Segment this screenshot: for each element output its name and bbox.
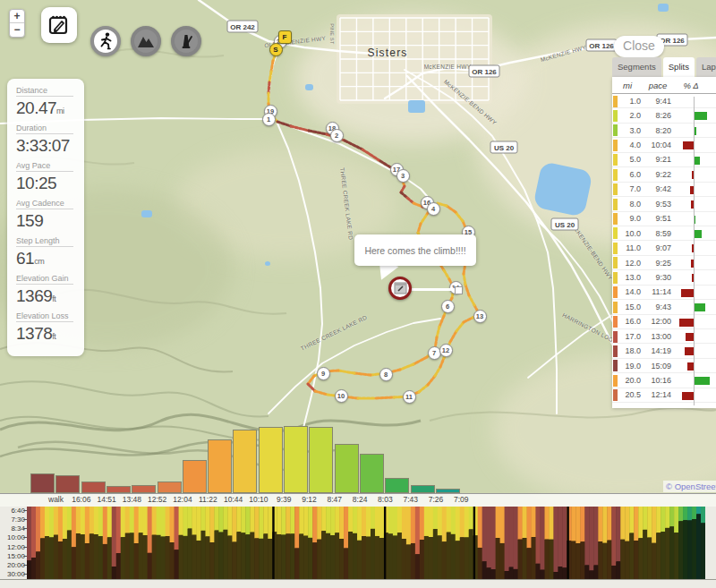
close-button[interactable]: Close	[614, 36, 664, 57]
split-row[interactable]: 16.012:00	[612, 315, 716, 329]
histogram-bar-14:51[interactable]	[81, 481, 106, 493]
stat-value: 1378ft	[16, 324, 79, 344]
route-segment	[464, 318, 473, 322]
route-segment	[418, 224, 421, 233]
split-row[interactable]: 14.011:14	[612, 285, 716, 300]
split-row[interactable]: 18.014:19	[612, 344, 716, 358]
mile-marker-11[interactable]: 11	[403, 390, 416, 404]
mile-marker-2[interactable]: 2	[330, 129, 344, 142]
route-segment	[456, 322, 464, 331]
delta-bar-slower	[683, 141, 694, 149]
pace-color-chip	[613, 360, 618, 371]
note-icon	[394, 282, 407, 294]
histogram-bar-7:26[interactable]	[411, 485, 435, 493]
split-row[interactable]: 1.09:41	[612, 94, 716, 108]
route-segment	[338, 371, 354, 373]
column-header-2: % Δ	[673, 81, 709, 90]
mile-marker-1[interactable]: 1	[262, 113, 276, 126]
split-row[interactable]: 11.09:07	[612, 241, 716, 255]
route-segment	[400, 364, 413, 370]
split-row[interactable]: 7.09:42	[612, 183, 716, 197]
strip-ytick-6:40: 6:40	[2, 507, 25, 515]
histogram-bar-8:03[interactable]	[360, 454, 384, 493]
strip-ytickmark	[23, 528, 27, 529]
pace-view-button[interactable]	[90, 26, 121, 56]
delta-zero-line	[694, 97, 695, 405]
split-row[interactable]: 2.08:26	[612, 108, 716, 123]
histogram-bar-10:44[interactable]	[208, 439, 232, 493]
split-row[interactable]: 12.09:25	[612, 256, 716, 270]
mile-marker-3[interactable]: 3	[396, 169, 410, 183]
histogram-bar-10:10[interactable]	[233, 430, 257, 493]
split-row[interactable]: 9.09:51	[612, 212, 716, 226]
strip-ytickmark	[23, 510, 27, 511]
note-anchor-square	[455, 286, 463, 294]
highway-shield-text: OR 242	[230, 23, 255, 31]
histogram-bar-9:12[interactable]	[284, 426, 308, 493]
mile-marker-6[interactable]: 6	[441, 300, 455, 313]
column-header-1: pace	[643, 81, 673, 90]
tab-laps[interactable]: Laps	[696, 57, 716, 77]
splits-tab-bar: SegmentsSplitsLaps	[612, 57, 716, 77]
split-row[interactable]: 5.09:21	[612, 153, 716, 167]
split-row[interactable]: 6.09:22	[612, 167, 716, 182]
marker-start[interactable]: S	[269, 43, 283, 56]
split-row[interactable]: 17.013:00	[612, 329, 716, 344]
delta-bar-faster	[695, 230, 702, 238]
split-row[interactable]: 15.09:43	[612, 300, 716, 314]
elevation-view-button[interactable]	[131, 26, 161, 56]
strip-ytickmark	[23, 547, 27, 548]
pace-strip-plot[interactable]	[27, 507, 705, 579]
histogram-label: 7:09	[454, 495, 469, 504]
cadence-view-button[interactable]	[171, 26, 201, 56]
split-row[interactable]: 8.09:53	[612, 197, 716, 211]
mile-marker-8[interactable]: 8	[379, 368, 393, 381]
histogram-bar-9:39[interactable]	[259, 427, 283, 493]
mile-marker-4[interactable]: 4	[427, 202, 440, 216]
route-segment	[413, 357, 427, 364]
histogram-bar-8:24[interactable]	[335, 444, 359, 493]
histogram-bar-12:52[interactable]	[132, 485, 156, 493]
strip-ytick-15:00: 15:00	[2, 551, 25, 559]
histogram-bar-12:04[interactable]	[158, 481, 182, 493]
histogram-bar-8:47[interactable]	[309, 427, 333, 493]
zoom-out-button[interactable]: −	[10, 23, 24, 37]
pond	[265, 261, 270, 266]
pace-color-chip	[613, 140, 618, 151]
histogram-label: 7:26	[429, 495, 444, 504]
osm-attribution-link[interactable]: © OpenStreetMap	[663, 481, 716, 492]
mile-marker-9[interactable]: 9	[317, 367, 330, 380]
route-segment	[450, 331, 456, 342]
split-row[interactable]: 4.010:04	[612, 138, 716, 152]
split-row[interactable]: 3.08:20	[612, 124, 716, 138]
histogram-bar-11:22[interactable]	[183, 460, 207, 493]
split-pace: 9:22	[641, 170, 671, 179]
marker-finish[interactable]: F	[278, 30, 292, 44]
split-pace: 12:14	[641, 390, 671, 399]
tooltip-text: Here comes the climb!!!!	[364, 245, 465, 256]
mile-marker-12[interactable]: 12	[439, 344, 453, 357]
mile-marker-10[interactable]: 10	[335, 389, 348, 403]
stat-label: Duration	[16, 124, 73, 134]
split-row[interactable]: 19.015:09	[612, 359, 716, 373]
tab-splits[interactable]: Splits	[663, 57, 695, 77]
run-stats-panel: Distance20.47miDuration3:33:07Avg Pace10…	[7, 79, 84, 356]
histogram-bar-13:48[interactable]	[107, 486, 131, 493]
zoom-in-button[interactable]: +	[10, 10, 24, 23]
histogram-bar-7:43[interactable]	[385, 478, 409, 493]
notes-edit-button[interactable]	[41, 7, 77, 43]
histogram-bar-7:09[interactable]	[436, 489, 460, 493]
route-segment	[268, 82, 269, 93]
split-pace: 15:09	[641, 362, 671, 371]
tab-segments[interactable]: Segments	[612, 57, 661, 77]
highway-shield-text: OR 126	[589, 42, 614, 50]
split-row[interactable]: 20.512:14	[612, 388, 716, 403]
stat-label: Elevation Gain	[16, 274, 73, 285]
histogram-bar-walk[interactable]	[30, 473, 55, 493]
split-row[interactable]: 13.09:30	[612, 270, 716, 285]
histogram-bar-16:06[interactable]	[55, 475, 80, 493]
split-row[interactable]: 10.08:59	[612, 226, 716, 241]
mile-marker-13[interactable]: 13	[473, 310, 487, 323]
mountain-icon	[137, 34, 155, 48]
split-row[interactable]: 20.010:16	[612, 373, 716, 388]
